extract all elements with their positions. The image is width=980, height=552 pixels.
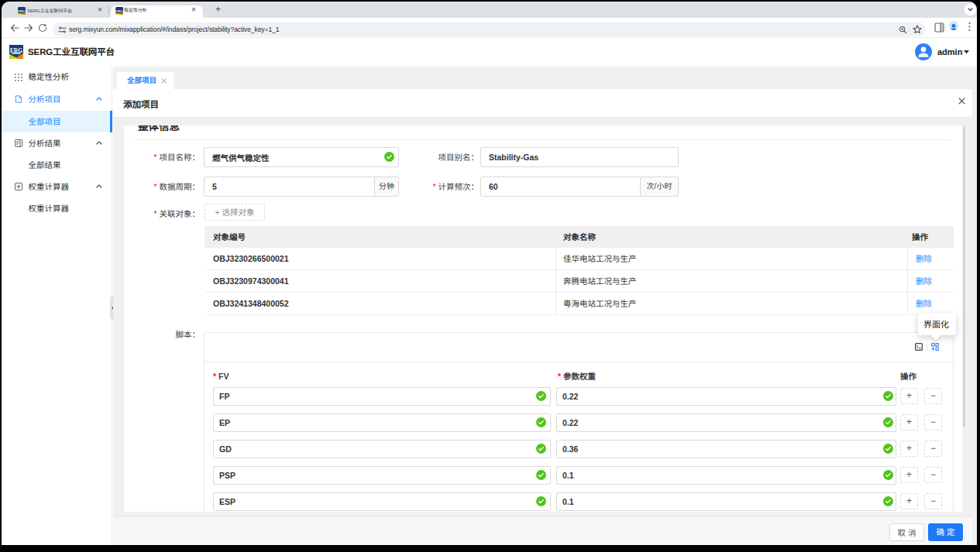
svg-text:ERG: ERG [115,9,123,13]
svg-text:ERG: ERG [10,47,22,54]
svg-text:ERG: ERG [18,9,26,13]
